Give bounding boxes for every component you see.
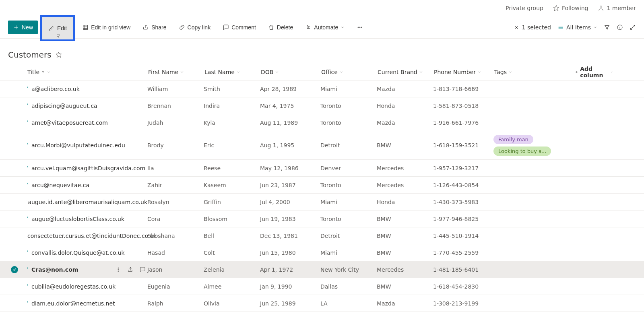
edit-grid-button[interactable]: Edit in grid view xyxy=(77,21,135,34)
table-row[interactable]: arcu.vel.quam@sagittisDuisgravida.comIla… xyxy=(0,160,644,177)
table-row[interactable]: a@aclibero.co.ukWilliamSmithApr 28, 1989… xyxy=(0,80,644,97)
row-tags xyxy=(493,166,574,171)
chevron-down-icon xyxy=(180,70,184,74)
svg-point-9 xyxy=(118,269,119,270)
row-title-cell[interactable]: arcu@nequevitae.ca xyxy=(27,182,147,188)
item-indicator-icon xyxy=(27,283,31,287)
row-office: New York City xyxy=(320,266,377,273)
row-first-name: Zahir xyxy=(147,182,204,188)
page-title: Customers xyxy=(8,50,52,60)
expand-button[interactable] xyxy=(630,24,636,31)
row-phone: 1-618-454-2830 xyxy=(433,283,493,290)
row-title-cell[interactable]: amet@vitaeposuereat.com xyxy=(27,120,147,126)
row-phone: 1-308-213-9199 xyxy=(433,300,493,307)
favorite-star-icon[interactable] xyxy=(56,52,62,58)
command-bar: New Edit ☟ Edit in grid view Share Copy … xyxy=(0,16,644,39)
column-header-dob[interactable]: DOB xyxy=(260,67,320,77)
share-button[interactable]: Share xyxy=(138,21,171,34)
item-indicator-icon xyxy=(27,102,31,106)
chevron-down-icon xyxy=(275,70,279,74)
view-switcher[interactable]: All Items xyxy=(557,24,597,31)
row-title-text: a@aclibero.co.uk xyxy=(31,86,80,92)
column-header-tags[interactable]: Tags xyxy=(493,67,574,77)
row-brand: Mazda xyxy=(377,120,433,126)
row-title-cell[interactable]: convallis.dolor.Quisque@at.co.uk xyxy=(27,250,147,256)
row-last-name: Kaseem xyxy=(204,182,260,188)
table-row[interactable]: augue.id.ante@liberomaurisaliquam.co.ukR… xyxy=(0,194,644,210)
table-row[interactable]: diam.eu.dolor@necmetus.netRalphOliviaJun… xyxy=(0,295,644,312)
table-row[interactable]: arcu.Morbi@vulputateduinec.eduBrodyEricA… xyxy=(0,131,644,160)
edit-label: Edit xyxy=(57,25,67,31)
svg-marker-7 xyxy=(56,52,61,57)
following-indicator[interactable]: Following xyxy=(553,5,588,11)
row-title-cell[interactable]: a@aclibero.co.uk xyxy=(27,86,147,92)
comment-icon[interactable] xyxy=(139,266,146,273)
info-icon xyxy=(617,24,623,31)
row-title-cell[interactable]: Cras@non.com xyxy=(27,266,147,273)
table-row[interactable]: amet@vitaeposuereat.comJudahKylaAug 11, … xyxy=(0,114,644,131)
row-title-text: consectetuer.cursus.et@tinciduntDonec.co… xyxy=(27,233,157,239)
column-header-phone[interactable]: Phone Number xyxy=(433,67,493,77)
row-title-cell[interactable]: arcu.Morbi@vulputateduinec.edu xyxy=(27,142,147,149)
row-brand: Mazda xyxy=(377,300,433,307)
members-count[interactable]: 1 member xyxy=(598,5,636,11)
info-pane-button[interactable] xyxy=(617,24,623,31)
svg-point-4 xyxy=(359,27,360,28)
row-brand: BMW xyxy=(377,142,433,149)
filter-icon xyxy=(604,24,610,31)
table-row[interactable]: Cras@non.com JasonZeleniaApr 1, 1972New … xyxy=(0,261,644,278)
row-first-name: Ralph xyxy=(147,300,204,307)
row-title-text: augue@luctuslobortisClass.co.uk xyxy=(31,216,124,222)
list-icon xyxy=(557,24,564,31)
row-first-name: Cora xyxy=(147,216,204,222)
tag-pill[interactable]: Looking to buy s... xyxy=(493,147,551,156)
row-phone: 1-813-718-6669 xyxy=(433,86,493,92)
svg-point-5 xyxy=(361,27,362,28)
comment-button[interactable]: Comment xyxy=(218,21,261,34)
site-info-bar: Private group Following 1 member xyxy=(0,0,644,16)
column-header-brand[interactable]: Current Brand xyxy=(377,67,433,77)
row-last-name: Zelenia xyxy=(204,266,260,273)
table-row[interactable]: convallis.dolor.Quisque@at.co.ukHasadCol… xyxy=(0,244,644,261)
table-row[interactable]: consectetuer.cursus.et@tinciduntDonec.co… xyxy=(0,227,644,244)
add-column-button[interactable]: Add column xyxy=(574,64,642,80)
row-title-cell[interactable]: arcu.vel.quam@sagittisDuisgravida.com xyxy=(27,165,147,171)
new-button[interactable]: New xyxy=(8,21,38,34)
row-phone: 1-977-946-8825 xyxy=(433,216,493,222)
row-title-cell[interactable]: augue@luctuslobortisClass.co.uk xyxy=(27,216,147,222)
row-phone: 1-126-443-0854 xyxy=(433,182,493,188)
delete-button[interactable]: Delete xyxy=(263,21,298,34)
row-title-cell[interactable]: adipiscing@augueut.ca xyxy=(27,103,147,109)
chevron-down-icon xyxy=(339,70,343,74)
clear-selection[interactable]: 1 selected xyxy=(513,24,551,31)
share-icon[interactable] xyxy=(127,266,134,273)
row-select-cell[interactable] xyxy=(2,266,27,273)
row-title-cell[interactable]: diam.eu.dolor@necmetus.net xyxy=(27,300,147,307)
table-row[interactable]: cubilia@eudoloregestas.co.ukEugeniaAimee… xyxy=(0,278,644,295)
ellipsis-vertical-icon[interactable] xyxy=(115,266,122,273)
checkmark-icon xyxy=(11,266,18,273)
row-title-cell[interactable]: augue.id.ante@liberomaurisaliquam.co.uk xyxy=(27,199,147,205)
table-row[interactable]: arcu@nequevitae.caZahirKaseemJun 23, 198… xyxy=(0,177,644,194)
table-row[interactable]: augue@luctuslobortisClass.co.ukCoraBloss… xyxy=(0,210,644,227)
overflow-button[interactable] xyxy=(352,21,368,34)
automate-button[interactable]: Automate xyxy=(300,21,349,34)
copy-link-button[interactable]: Copy link xyxy=(174,21,216,34)
row-title-cell[interactable]: consectetuer.cursus.et@tinciduntDonec.co… xyxy=(27,233,147,239)
row-brand: Mercedes xyxy=(377,165,433,171)
tag-pill[interactable]: Family man xyxy=(493,135,533,144)
column-header-first-name[interactable]: First Name xyxy=(147,67,204,77)
row-title-text: convallis.dolor.Quisque@at.co.uk xyxy=(31,250,125,256)
share-icon xyxy=(142,24,149,31)
row-phone: 1-618-159-3521 xyxy=(433,142,493,149)
column-header-last-name[interactable]: Last Name xyxy=(204,67,260,77)
automate-label: Automate xyxy=(314,24,338,31)
column-header-office[interactable]: Office xyxy=(320,67,377,77)
row-last-name: Reese xyxy=(204,165,260,171)
table-row[interactable]: adipiscing@augueut.caBrennanIndiraMar 4,… xyxy=(0,97,644,114)
ellipsis-icon xyxy=(357,24,363,31)
svg-marker-0 xyxy=(553,5,559,10)
column-header-title[interactable]: Title xyxy=(27,67,147,77)
row-title-cell[interactable]: cubilia@eudoloregestas.co.uk xyxy=(27,283,147,290)
filter-button[interactable] xyxy=(604,24,610,31)
